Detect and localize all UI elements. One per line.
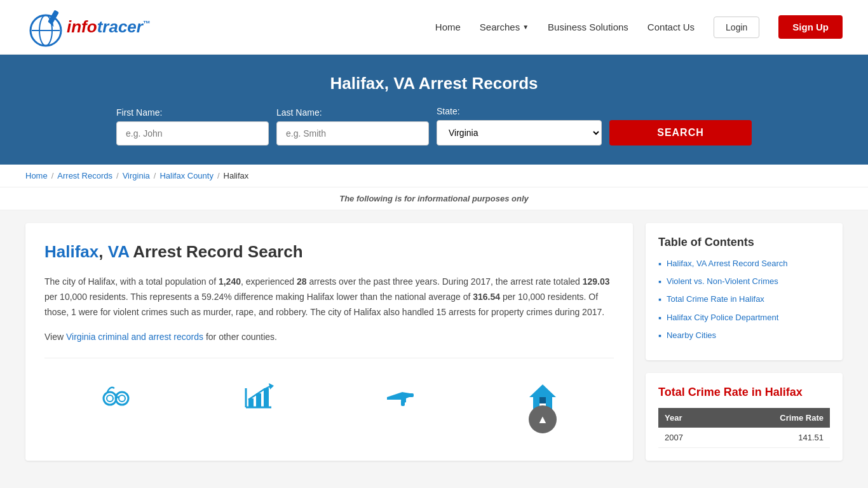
info-bar: The following is for informational purpo… [0, 187, 868, 210]
icons-row: ▲ [44, 358, 614, 422]
nav-business-solutions[interactable]: Business Solutions [548, 22, 628, 32]
last-name-group: Last Name: [276, 107, 429, 146]
article-paragraph-1: The city of Halifax, with a total popula… [44, 274, 614, 320]
nav-contact-us[interactable]: Contact Us [648, 22, 695, 32]
svg-rect-16 [407, 393, 414, 397]
house-icon-item: ▲ [471, 371, 614, 422]
article-title-state: VA [108, 242, 129, 261]
svg-rect-14 [264, 388, 269, 407]
toc-link[interactable]: Halifax, VA Arrest Record Search [667, 258, 788, 269]
chart-icon-item [187, 371, 329, 422]
info-bar-text: The following is for informational purpo… [339, 194, 529, 203]
breadcrumb-virginia[interactable]: Virginia [123, 171, 150, 180]
content-left: Halifax, VA Arrest Record Search The cit… [25, 223, 633, 461]
nav-searches[interactable]: Searches ▼ [480, 22, 529, 32]
last-name-label: Last Name: [276, 107, 322, 118]
article-title: Halifax, VA Arrest Record Search [44, 242, 614, 262]
toc-list: Halifax, VA Arrest Record SearchViolent … [658, 258, 830, 341]
crime-rate-title: Total Crime Rate in Halifax [658, 386, 830, 399]
hero-section: Halifax, VA Arrest Records First Name: L… [0, 55, 868, 165]
table-header-rate: Crime Rate [719, 408, 830, 428]
toc-card: Table of Contents Halifax, VA Arrest Rec… [646, 223, 843, 360]
toc-link[interactable]: Halifax City Police Department [667, 312, 778, 323]
state-select[interactable]: AlabamaAlaskaArizonaArkansasCaliforniaCo… [437, 120, 602, 146]
virginia-records-link[interactable]: Virginia criminal and arrest records [66, 332, 203, 342]
logo-text: infotracer™ [67, 17, 151, 37]
table-cell-year: 2007 [658, 428, 719, 448]
national-avg-value: 316.54 [473, 292, 500, 302]
article-paragraph-2: View Virginia criminal and arrest record… [44, 330, 614, 345]
signup-button[interactable]: Sign Up [778, 15, 843, 39]
breadcrumb-arrest-records[interactable]: Arrest Records [57, 171, 112, 180]
search-button[interactable]: SEARCH [609, 120, 752, 146]
svg-point-8 [119, 395, 125, 402]
gun-icon [381, 377, 419, 416]
table-header-year: Year [658, 408, 719, 428]
main-nav: Home Searches ▼ Business Solutions Conta… [435, 15, 843, 39]
table-row: 2007141.51 [658, 428, 830, 448]
article-body: The city of Halifax, with a total popula… [44, 274, 614, 345]
svg-point-5 [104, 392, 116, 405]
svg-marker-15 [269, 383, 274, 390]
arrests-value: 28 [297, 276, 307, 287]
svg-point-6 [107, 395, 113, 402]
handcuffs-icon-item [44, 371, 187, 422]
article-title-city: Halifax [44, 242, 98, 261]
state-group: State: AlabamaAlaskaArizonaArkansasCalif… [437, 106, 602, 146]
svg-point-7 [116, 392, 128, 405]
breadcrumb-sep-3: / [154, 171, 156, 180]
nav-home[interactable]: Home [435, 22, 461, 32]
hero-title: Halifax, VA Arrest Records [25, 74, 843, 93]
toc-link[interactable]: Total Crime Rate in Halifax [667, 294, 764, 305]
svg-rect-17 [401, 400, 405, 406]
population-value: 1,240 [219, 276, 241, 287]
toc-item: Halifax City Police Department [658, 312, 830, 323]
search-form: First Name: Last Name: State: AlabamaAla… [116, 106, 752, 146]
crime-rate-table: Year Crime Rate 2007141.51 [658, 408, 830, 448]
sidebar: Table of Contents Halifax, VA Arrest Rec… [646, 223, 843, 461]
chevron-down-icon: ▼ [522, 24, 529, 30]
table-cell-rate: 141.51 [719, 428, 830, 448]
breadcrumb-halifax: Halifax [224, 171, 249, 180]
rate-value: 129.03 [583, 276, 610, 287]
header: infotracer™ Home Searches ▼ Business Sol… [0, 0, 868, 55]
last-name-input[interactable] [276, 121, 429, 146]
breadcrumb-halifax-county[interactable]: Halifax County [159, 171, 214, 180]
logo: infotracer™ [25, 6, 151, 48]
handcuffs-icon [97, 377, 135, 416]
breadcrumb-sep-2: / [116, 171, 119, 180]
scroll-top-button[interactable]: ▲ [529, 405, 557, 433]
toc-item: Total Crime Rate in Halifax [658, 294, 830, 305]
chart-icon [239, 377, 277, 416]
first-name-label: First Name: [116, 107, 162, 118]
toc-title: Table of Contents [658, 236, 830, 249]
breadcrumb-home[interactable]: Home [25, 171, 48, 180]
login-button[interactable]: Login [714, 17, 759, 38]
toc-link[interactable]: Violent vs. Non-Violent Crimes [667, 276, 778, 287]
svg-rect-19 [539, 397, 546, 403]
breadcrumb: Home / Arrest Records / Virginia / Halif… [0, 165, 868, 187]
svg-rect-13 [256, 393, 261, 407]
breadcrumb-sep-1: / [51, 171, 54, 180]
state-label: State: [437, 106, 460, 116]
logo-icon [25, 6, 67, 48]
first-name-input[interactable] [116, 121, 269, 146]
main-content: Halifax, VA Arrest Record Search The cit… [0, 210, 868, 473]
toc-item: Nearby Cities [658, 330, 830, 341]
toc-item: Halifax, VA Arrest Record Search [658, 258, 830, 269]
gun-icon-item [329, 371, 471, 422]
toc-link[interactable]: Nearby Cities [667, 330, 716, 341]
article-title-rest: Arrest Record Search [133, 242, 302, 261]
breadcrumb-sep-4: / [217, 171, 220, 180]
toc-item: Violent vs. Non-Violent Crimes [658, 276, 830, 287]
crime-rate-card: Total Crime Rate in Halifax Year Crime R… [646, 373, 843, 461]
first-name-group: First Name: [116, 107, 269, 146]
